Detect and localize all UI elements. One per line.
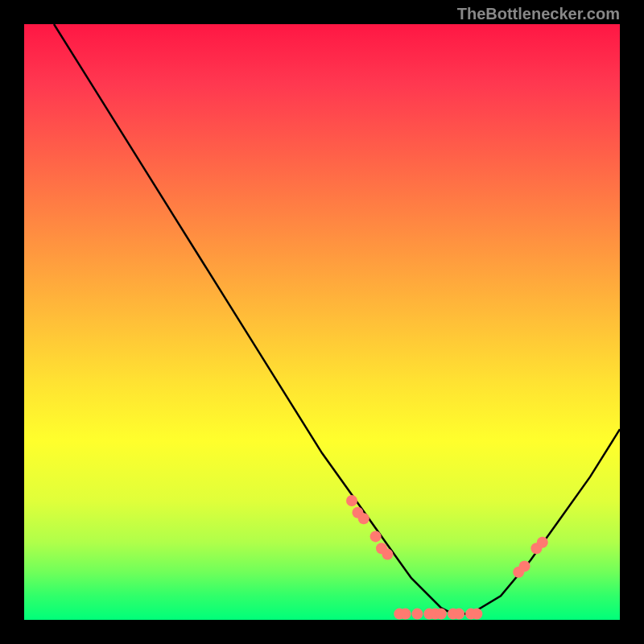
data-point bbox=[519, 560, 530, 572]
data-point bbox=[370, 530, 382, 542]
data-points bbox=[346, 495, 548, 620]
attribution-text: TheBottlenecker.com bbox=[457, 5, 620, 23]
bottleneck-curve bbox=[54, 24, 620, 614]
chart-container: TheBottlenecker.com bbox=[0, 0, 644, 644]
plot-area bbox=[24, 24, 620, 620]
data-point bbox=[358, 513, 369, 524]
data-point bbox=[537, 537, 548, 548]
data-point bbox=[471, 609, 482, 620]
data-point bbox=[400, 609, 411, 620]
data-point bbox=[382, 549, 393, 560]
data-point bbox=[346, 495, 357, 506]
data-point bbox=[453, 609, 464, 620]
chart-svg bbox=[24, 24, 620, 620]
data-point bbox=[411, 609, 423, 620]
data-point bbox=[436, 609, 447, 620]
